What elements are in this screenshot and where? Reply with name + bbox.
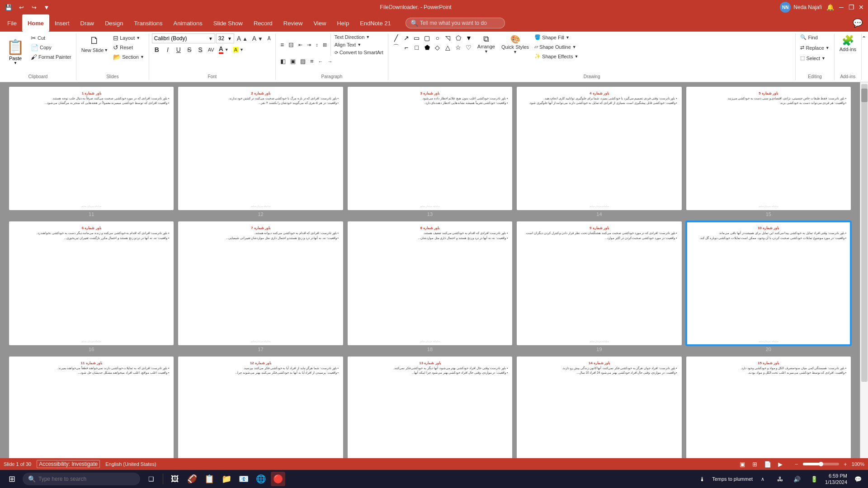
app-photo[interactable]: 🖼	[168, 472, 182, 486]
clock[interactable]: 6:59 PM 1/13/2024	[825, 473, 847, 486]
menu-insert[interactable]: Insert	[49, 14, 75, 32]
shape-outline-button[interactable]: ▱ Shape Outline ▼	[533, 43, 580, 51]
increase-font-button[interactable]: A▲	[235, 34, 250, 43]
menu-review[interactable]: Review	[278, 14, 308, 32]
slide-show-button[interactable]: ▶	[776, 460, 785, 469]
zoom-handle[interactable]	[819, 462, 823, 466]
app-powerpoint[interactable]: 🔴	[271, 472, 285, 486]
menu-file[interactable]: File	[2, 14, 22, 32]
zoom-out-button[interactable]: −	[792, 460, 801, 469]
shape-pentagon[interactable]: ⬠	[453, 33, 463, 42]
slide-thumb-22[interactable]: باور شماره 12 • باور نادرست: شما هرگز نب…	[178, 357, 343, 458]
accessibility-button[interactable]: Accessibility: Investigate	[37, 460, 100, 468]
slide-container-11[interactable]: باور شماره 1 • باور نادرست: افرادی که در…	[9, 87, 174, 217]
shape-cylinder[interactable]: ⬟	[422, 43, 432, 52]
line-spacing-button[interactable]: ↕	[314, 41, 320, 48]
slide-thumb-23[interactable]: باور شماره 13 • باور نادرست: وقتی حال اف…	[348, 357, 512, 458]
slide-thumb-21[interactable]: باور شماره 11 • باور نادرست: افرادی که ب…	[9, 357, 174, 458]
reading-view-button[interactable]: 📄	[763, 460, 772, 469]
decrease-font-button[interactable]: A▼	[250, 34, 265, 43]
shape-rect[interactable]: ▭	[412, 33, 422, 42]
slide-container-19[interactable]: باور شماره 9 • باور نادرست: افرادی که در…	[517, 221, 681, 352]
center-button[interactable]: ▣	[288, 57, 297, 66]
shape-effects-button[interactable]: ✨ Shape Effects ▼	[533, 52, 580, 60]
addins-button[interactable]: 🧩 Add-ins	[837, 33, 859, 53]
zoom-slider[interactable]	[803, 463, 839, 465]
font-name-box[interactable]: Calibri (Body) ▼	[152, 33, 215, 43]
slide-sorter-button[interactable]: ⊞	[750, 460, 760, 469]
app-tasks[interactable]: 📋	[202, 472, 217, 486]
clear-format-button[interactable]: Ā	[266, 35, 273, 42]
tray-arrow[interactable]: ∧	[755, 472, 770, 486]
align-left-button[interactable]: ◧	[278, 57, 288, 66]
slide-container-17[interactable]: باور شماره 7 • باور نادرست: افرادی که اق…	[178, 221, 343, 352]
scrollbar-track[interactable]	[861, 84, 868, 382]
menu-help[interactable]: Help	[331, 14, 354, 32]
slide-thumb-18[interactable]: باور شماره 8 • باور نادرست: افرادی که اق…	[348, 221, 512, 345]
start-button[interactable]: ⊞	[3, 470, 21, 488]
menu-home[interactable]: Home	[22, 14, 49, 32]
font-color-button[interactable]: A ▼	[217, 44, 231, 55]
slide-thumb-20[interactable]: باور شماره 10 • باور نادرست: وقتی افراد …	[686, 221, 851, 345]
increase-list-button[interactable]: →	[326, 58, 335, 65]
bullets-button[interactable]: ≡	[278, 40, 286, 49]
align-text-button[interactable]: Align Text ▼	[333, 41, 385, 48]
restore-button[interactable]: ❐	[848, 4, 854, 10]
shape-triangle-l[interactable]: △	[443, 43, 453, 52]
customize-qat-button[interactable]: ▼	[42, 2, 52, 12]
slide-container-24[interactable]: باور شماره 14 • باور نادرست: افراد جوان …	[517, 357, 681, 458]
shape-heart[interactable]: ♡	[464, 43, 474, 52]
strikethrough-button[interactable]: S	[184, 45, 194, 54]
shape-more[interactable]: ▼	[464, 33, 474, 42]
section-button[interactable]: 📂 Section ▼	[111, 52, 146, 61]
select-button[interactable]: ⬚ Select ▼	[798, 54, 831, 62]
reset-button[interactable]: ↺ Reset	[111, 43, 146, 52]
arrange-button[interactable]: ⧉ Arrange ▼	[475, 33, 498, 55]
slide-thumb-15[interactable]: باور شماره 5 • باور نادرست: فقط طبقات خا…	[686, 87, 851, 210]
slide-container-22[interactable]: باور شماره 12 • باور نادرست: شما هرگز نب…	[178, 357, 343, 458]
slide-thumb-17[interactable]: باور شماره 7 • باور نادرست: افرادی که اق…	[178, 221, 343, 345]
search-input[interactable]	[38, 476, 129, 482]
weather-icon[interactable]: 🌡	[695, 472, 709, 486]
cut-button[interactable]: ✂ Cut	[29, 33, 73, 42]
increase-indent-button[interactable]: ⇥	[305, 41, 313, 49]
app-files[interactable]: 📁	[219, 472, 234, 486]
quick-styles-button[interactable]: 🎨 Quick Styles ▼	[499, 33, 532, 55]
slide-container-21[interactable]: باور شماره 11 • باور نادرست: افرادی که ب…	[9, 357, 174, 458]
close-button[interactable]: ✕	[858, 4, 864, 10]
shape-star[interactable]: ☆	[453, 43, 463, 52]
shape-circle[interactable]: ○	[433, 33, 443, 42]
zoom-in-button[interactable]: +	[841, 460, 850, 469]
app-football[interactable]: 🏈	[185, 472, 199, 486]
comments-button[interactable]: 💬	[853, 14, 866, 32]
menu-animations[interactable]: Animations	[168, 14, 208, 32]
redo-button[interactable]: ↪	[29, 2, 39, 12]
app-edge[interactable]: 🌐	[254, 472, 268, 486]
shape-connector[interactable]: ⌐	[401, 43, 411, 52]
app-mail[interactable]: 📧	[236, 472, 251, 486]
menu-record[interactable]: Record	[248, 14, 278, 32]
save-button[interactable]: 💾	[4, 2, 14, 12]
notification-button[interactable]: 💬	[851, 472, 865, 486]
shape-fill-button[interactable]: 🪣 Shape Fill ▼	[533, 33, 580, 41]
menu-transitions[interactable]: Transitions	[128, 14, 168, 32]
menu-draw[interactable]: Draw	[75, 14, 99, 32]
undo-button[interactable]: ↩	[16, 2, 26, 12]
justify-button[interactable]: ≡	[308, 57, 316, 66]
replace-button[interactable]: ⇄ Replace ▼	[798, 44, 831, 52]
find-button[interactable]: 🔍 Find	[798, 33, 831, 41]
slide-thumb-13[interactable]: باور شماره 3 • باور نادرست: خودکشی اغلب …	[348, 87, 512, 210]
menu-endnote[interactable]: EndNote 21	[354, 14, 396, 32]
slide-container-15[interactable]: باور شماره 5 • باور نادرست: فقط طبقات خا…	[686, 87, 851, 217]
battery-icon[interactable]: 🔋	[807, 472, 821, 486]
slide-container-18[interactable]: باور شماره 8 • باور نادرست: افرادی که اق…	[348, 221, 512, 352]
slide-container-23[interactable]: باور شماره 13 • باور نادرست: وقتی حال اف…	[348, 357, 512, 458]
minimize-button[interactable]: ─	[838, 4, 844, 10]
decrease-list-button[interactable]: ←	[316, 58, 325, 65]
shape-diamond[interactable]: ◇	[433, 43, 443, 52]
shape-square[interactable]: □	[412, 43, 422, 52]
taskbar-search[interactable]: 🔍	[23, 473, 140, 485]
numbering-button[interactable]: ⊟	[287, 40, 296, 49]
slide-sorter[interactable]: باور شماره 1 • باور نادرست: افرادی که در…	[0, 82, 860, 458]
shape-line[interactable]: ╱	[391, 33, 401, 42]
